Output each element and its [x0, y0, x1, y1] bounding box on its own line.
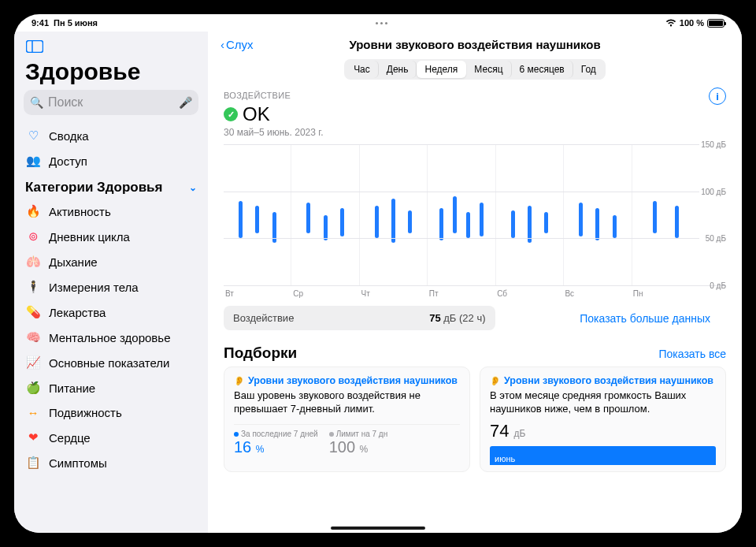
- svg-rect-0: [27, 41, 43, 53]
- multitask-dots[interactable]: [376, 22, 387, 24]
- search-placeholder: Поиск: [48, 95, 83, 110]
- ear-icon: 👂: [234, 376, 245, 386]
- battery-icon: [707, 19, 724, 28]
- lungs-icon: 🫁: [25, 255, 41, 269]
- segment-День[interactable]: День: [379, 61, 417, 78]
- chart-bar[interactable]: [613, 215, 617, 239]
- heart-outline-icon: ♡: [25, 128, 41, 143]
- main-content: ‹ Слух Уровни звукового воздействия науш…: [208, 32, 742, 533]
- x-tick: Пн: [632, 286, 699, 298]
- sidebar-item-mobility[interactable]: ↔Подвижность: [14, 400, 208, 425]
- brain-icon: 🧠: [25, 330, 41, 344]
- x-tick: Вт: [224, 286, 291, 298]
- chart-bar[interactable]: [306, 203, 310, 233]
- sidebar-item-summary[interactable]: ♡ Сводка: [14, 123, 208, 148]
- heart-icon: ❤: [25, 430, 41, 445]
- chart-bar[interactable]: [453, 196, 457, 234]
- chart-bar[interactable]: [391, 199, 395, 243]
- chart-bar[interactable]: [324, 215, 328, 240]
- body-icon: 🕴: [25, 280, 41, 294]
- sidebar-item-respiratory[interactable]: 🫁Дыхание: [14, 249, 208, 274]
- sidebar-item-cycle[interactable]: ⊚Дневник цикла: [14, 224, 208, 249]
- chart-bar[interactable]: [340, 208, 344, 236]
- exposure-label: ВОЗДЕЙСТВИЕ: [224, 91, 291, 100]
- y-tick: 50 дБ: [706, 234, 726, 243]
- chart-bar[interactable]: [408, 210, 412, 234]
- sidebar-item-activity[interactable]: 🔥Активность: [14, 199, 208, 224]
- mobility-icon: ↔: [25, 406, 41, 419]
- sidebar-item-body[interactable]: 🕴Измерения тела: [14, 274, 208, 300]
- chart-bar[interactable]: [579, 203, 583, 236]
- chart-bar[interactable]: [466, 212, 470, 238]
- chart-bar[interactable]: [675, 206, 679, 239]
- status-bar: 9:41 Пн 5 июня 100 %: [14, 14, 742, 32]
- status-ok-icon: ✓: [224, 107, 238, 121]
- chart[interactable]: 150 дБ100 дБ50 дБ0 дБ ВтСрЧтПтСбВсПн: [208, 138, 742, 298]
- chart-bar[interactable]: [653, 201, 657, 234]
- sidebar-item-label: Доступ: [49, 154, 87, 168]
- apple-icon: 🍏: [25, 381, 41, 395]
- wifi-icon: [665, 19, 676, 27]
- sidebar-item-mental[interactable]: 🧠Ментальное здоровье: [14, 325, 208, 350]
- sidebar-item-symptoms[interactable]: 📋Симптомы: [14, 450, 208, 475]
- segment-6 месяцев[interactable]: 6 месяцев: [512, 61, 573, 78]
- sidebar-item-medications[interactable]: 💊Лекарства: [14, 300, 208, 325]
- show-all-link[interactable]: Показать все: [659, 348, 726, 360]
- sidebar-item-label: Сводка: [49, 129, 89, 143]
- cycle-icon: ⊚: [25, 229, 41, 244]
- chart-bar[interactable]: [239, 201, 243, 239]
- x-tick: Чт: [360, 286, 428, 298]
- chevron-down-icon: ⌄: [189, 182, 197, 193]
- status-date: Пн 5 июня: [54, 18, 98, 28]
- chart-bar[interactable]: [595, 208, 599, 240]
- clipboard-icon: 📋: [25, 456, 41, 470]
- segment-Год[interactable]: Год: [573, 61, 604, 78]
- page-title: Уровни звукового воздействия наушников: [208, 38, 742, 51]
- search-input[interactable]: 🔍 Поиск 🎤: [24, 90, 198, 115]
- sidebar: Здоровье 🔍 Поиск 🎤 ♡ Сводка 👥 Доступ Кат…: [14, 32, 208, 533]
- show-more-data-link[interactable]: Показать больше данных: [580, 312, 710, 325]
- vitals-icon: 📈: [25, 355, 41, 370]
- chart-bar[interactable]: [480, 203, 484, 236]
- x-tick: Пт: [428, 286, 495, 298]
- segment-Неделя[interactable]: Неделя: [417, 61, 466, 78]
- sidebar-item-vitals[interactable]: 📈Основные показатели: [14, 350, 208, 375]
- y-tick: 100 дБ: [701, 187, 726, 195]
- x-tick: Сб: [495, 286, 563, 298]
- y-tick: 150 дБ: [701, 140, 726, 149]
- sidebar-section-header[interactable]: Категории Здоровья ⌄: [14, 173, 208, 199]
- sidebar-toggle-icon[interactable]: [24, 38, 46, 55]
- time-range-segmented[interactable]: ЧасДеньНеделяМесяц6 месяцевГод: [344, 59, 606, 80]
- info-button[interactable]: i: [709, 87, 726, 105]
- highlight-card-2[interactable]: 👂Уровни звукового воздействия наушников …: [480, 367, 726, 472]
- chart-bar[interactable]: [439, 208, 443, 240]
- flame-icon: 🔥: [25, 204, 41, 218]
- segment-Месяц[interactable]: Месяц: [466, 61, 511, 78]
- segment-Час[interactable]: Час: [346, 61, 379, 78]
- exposure-stat-pill[interactable]: Воздействие 75 дБ (22 ч): [224, 306, 495, 330]
- chart-bar[interactable]: [544, 212, 548, 233]
- people-icon: 👥: [25, 154, 41, 168]
- status-time: 9:41: [32, 18, 49, 28]
- highlights-title: Подборки: [224, 344, 297, 362]
- search-icon: 🔍: [30, 96, 43, 109]
- chart-bar[interactable]: [375, 206, 379, 239]
- sidebar-item-nutrition[interactable]: 🍏Питание: [14, 375, 208, 400]
- x-tick: Вс: [563, 286, 631, 298]
- dictate-icon[interactable]: 🎤: [179, 96, 192, 109]
- chart-bar[interactable]: [528, 206, 532, 244]
- x-tick: Ср: [291, 286, 359, 298]
- highlight-card-1[interactable]: 👂Уровни звукового воздействия наушников …: [224, 367, 470, 472]
- home-indicator[interactable]: [331, 527, 425, 530]
- status-text: OK: [243, 103, 270, 125]
- date-range: 30 май–5 июнь. 2023 г.: [224, 127, 324, 138]
- month-bar: июнь: [490, 446, 716, 465]
- chart-bar[interactable]: [511, 210, 515, 239]
- ear-icon: 👂: [490, 376, 501, 386]
- chart-bar[interactable]: [255, 206, 259, 234]
- sidebar-item-sharing[interactable]: 👥 Доступ: [14, 148, 208, 173]
- app-title: Здоровье: [25, 58, 197, 85]
- y-tick: 0 дБ: [710, 281, 726, 290]
- battery-percent: 100 %: [680, 18, 704, 28]
- sidebar-item-heart[interactable]: ❤Сердце: [14, 425, 208, 450]
